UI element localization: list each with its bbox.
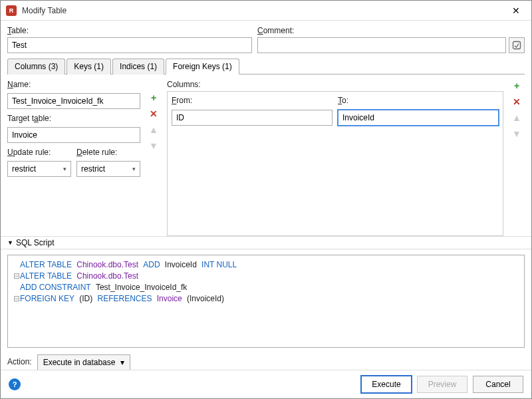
collapse-triangle-icon: ▼ — [7, 239, 13, 246]
preview-button: Preview — [417, 376, 467, 393]
expand-comment-button[interactable] — [509, 37, 525, 53]
target-table-label: Target table: — [7, 114, 140, 123]
table-input[interactable] — [7, 37, 252, 53]
move-up-icon: ▲ — [148, 124, 160, 136]
remove-fk-icon[interactable]: ✕ — [511, 96, 523, 108]
update-rule-select[interactable]: restrict▾ — [7, 161, 71, 177]
fk-name-input[interactable] — [7, 93, 140, 109]
name-label: Name: — [7, 80, 140, 89]
delete-rule-select[interactable]: restrict▾ — [76, 161, 140, 177]
comment-input[interactable] — [257, 37, 506, 53]
fk-move-down-icon: ▼ — [511, 128, 523, 140]
titlebar: R Modify Table ✕ — [1, 1, 531, 21]
table-label: Table: — [7, 26, 252, 35]
svg-rect-0 — [513, 42, 521, 49]
action-label: Action: — [7, 357, 32, 366]
app-icon: R — [6, 5, 17, 16]
target-table-input[interactable] — [7, 127, 140, 143]
comment-label: Comment: — [257, 26, 525, 35]
fk-move-up-icon: ▲ — [511, 112, 523, 124]
add-column-icon[interactable]: + — [148, 92, 160, 104]
column-tools: + ✕ ▲ ▼ — [146, 80, 162, 236]
close-button[interactable]: ✕ — [506, 1, 526, 21]
tab-foreign-keys[interactable]: Foreign Keys (1) — [166, 59, 239, 74]
from-column-input[interactable] — [172, 110, 332, 126]
cancel-button[interactable]: Cancel — [473, 376, 523, 393]
fk-list-tools: + ✕ ▲ ▼ — [509, 80, 525, 236]
tab-indices[interactable]: Indices (1) — [112, 59, 164, 74]
execute-button[interactable]: Execute — [361, 376, 412, 393]
tab-keys[interactable]: Keys (1) — [66, 59, 111, 74]
to-label: To: — [338, 96, 499, 105]
columns-label: Columns: — [167, 80, 503, 89]
sql-script-body[interactable]: ALTER TABLE Chinook.dbo.Test ADD Invoice… — [7, 255, 525, 348]
to-column-input[interactable] — [338, 110, 499, 126]
tab-columns[interactable]: Columns (3) — [7, 59, 65, 74]
update-rule-label: Update rule: — [7, 148, 71, 157]
action-select[interactable]: Execute in database▾ — [37, 354, 131, 370]
chevron-down-icon: ▾ — [120, 358, 124, 367]
chevron-down-icon: ▾ — [63, 166, 66, 172]
chevron-down-icon: ▾ — [132, 166, 136, 172]
tabs: Columns (3) Keys (1) Indices (1) Foreign… — [7, 59, 525, 74]
from-label: From: — [172, 96, 332, 105]
sql-script-label: SQL Script — [16, 238, 55, 247]
help-button[interactable]: ? — [9, 378, 21, 390]
add-fk-icon[interactable]: + — [511, 80, 523, 92]
sql-script-header[interactable]: ▼ SQL Script — [1, 236, 531, 249]
delete-rule-label: Delete rule: — [76, 148, 140, 157]
move-down-icon: ▼ — [148, 140, 160, 152]
window-title: Modify Table — [22, 6, 506, 15]
remove-column-icon[interactable]: ✕ — [148, 108, 160, 120]
